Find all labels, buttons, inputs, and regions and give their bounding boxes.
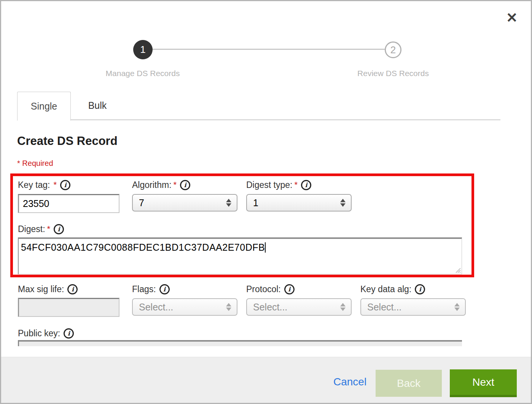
protocol-select-value: Select... [253,302,287,313]
flags-select[interactable]: Select... [132,298,237,316]
step-2-label: Review DS Records [332,69,454,78]
required-asterisk: * [294,180,298,190]
resize-handle-icon[interactable] [454,267,461,273]
digest-type-label: Digest type: * i [246,179,311,191]
flags-select-value: Select... [139,302,173,313]
text-cursor [265,242,266,253]
create-ds-record-modal: ✕ 1 2 Manage DS Records Review DS Record… [0,0,532,404]
key-tag-input[interactable] [18,194,119,213]
public-key-label: Public key: i [18,328,74,339]
select-arrows-icon [226,303,231,311]
stepper-connector [152,49,385,50]
step-2-circle: 2 [385,41,401,58]
key-data-alg-label: Key data alg: i [360,283,425,295]
info-icon[interactable]: i [67,284,78,294]
algorithm-label-text: Algorithm: [132,180,172,190]
back-button[interactable]: Back [376,370,442,397]
info-icon[interactable]: i [54,224,64,234]
digest-textarea[interactable]: 54FCF030AA1C79C0088FDEC1BD1C37DAA2E70DFB [18,237,462,274]
info-icon[interactable]: i [415,284,425,294]
select-arrows-icon [340,199,346,207]
required-asterisk: * [47,224,51,234]
tab-single[interactable]: Single [17,92,71,121]
key-data-alg-label-text: Key data alg: [360,284,411,294]
protocol-label-text: Protocol: [246,284,281,294]
algorithm-select-value: 7 [139,197,144,208]
public-key-textarea[interactable] [18,340,462,346]
max-sig-life-label-text: Max sig life: [18,284,64,294]
digest-type-select-value: 1 [253,197,258,208]
tab-bottom-rule [17,119,500,120]
info-icon[interactable]: i [64,328,74,339]
digest-type-label-text: Digest type: [246,180,292,190]
key-data-alg-select[interactable]: Select... [360,298,466,316]
max-sig-life-input[interactable] [18,298,119,317]
flags-label-text: Flags: [132,284,156,294]
algorithm-label: Algorithm: * i [132,179,190,191]
digest-label: Digest: * i [18,223,64,235]
info-icon[interactable]: i [180,180,190,190]
key-tag-label: Key tag: * i [18,179,70,191]
next-button[interactable]: Next [450,369,517,397]
digest-label-text: Digest: [18,224,45,234]
protocol-select[interactable]: Select... [246,298,352,316]
info-icon[interactable]: i [284,284,295,294]
select-arrows-icon [340,303,346,311]
step-1-circle: 1 [133,40,153,59]
public-key-label-text: Public key: [18,328,60,339]
required-asterisk: * [174,180,177,190]
max-sig-life-label: Max sig life: i [18,283,78,295]
tab-bulk[interactable]: Bulk [71,92,124,119]
digest-type-select[interactable]: 1 [246,194,352,212]
flags-label: Flags: i [132,283,170,295]
key-data-alg-select-value: Select... [367,302,401,313]
select-arrows-icon [226,199,231,207]
protocol-label: Protocol: i [246,283,295,295]
key-tag-label-text: Key tag: [18,180,50,190]
page-title: Create DS Record [17,134,118,148]
close-icon[interactable]: ✕ [504,10,519,25]
info-icon[interactable]: i [301,180,311,190]
cancel-button[interactable]: Cancel [333,376,366,388]
algorithm-select[interactable]: 7 [132,194,237,212]
info-icon[interactable]: i [159,284,170,294]
select-arrows-icon [454,303,460,311]
step-1-label: Manage DS Records [82,69,204,78]
required-asterisk: * [53,180,57,190]
info-icon[interactable]: i [60,180,70,190]
digest-value: 54FCF030AA1C79C0088FDEC1BD1C37DAA2E70DFB [21,242,265,253]
required-note: * Required [17,159,53,168]
